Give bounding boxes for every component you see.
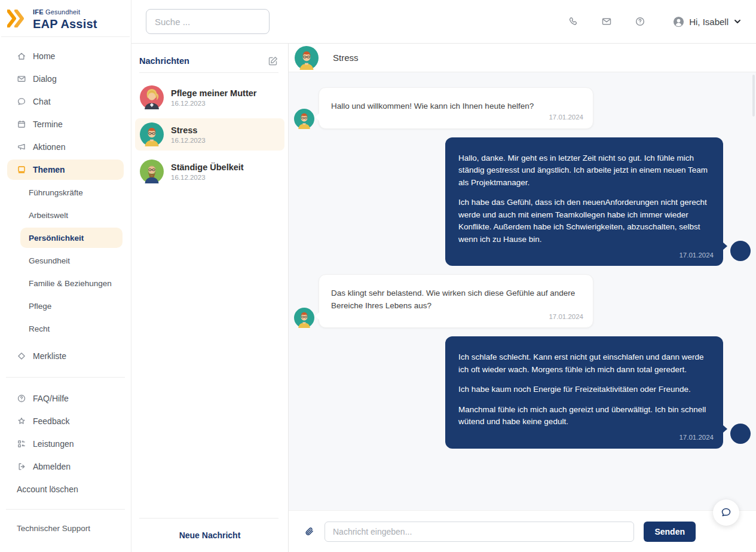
sidebar-item-merkliste[interactable]: Merkliste <box>0 345 131 367</box>
user-message-avatar <box>730 241 751 261</box>
sidebar-nav: HomeDialogChatTermineAktionenThemen <box>0 37 131 181</box>
scrollbar-thumb[interactable] <box>752 75 755 116</box>
message-input[interactable] <box>325 522 634 542</box>
conversation-item-staendige-uebelkeit[interactable]: Ständige Übelkeit16.12.2023 <box>135 155 284 188</box>
user-greeting: Hi, Isabell <box>689 17 729 27</box>
message-text: Das klingt sehr belastend. Wie wirken si… <box>331 287 581 312</box>
paperclip-icon[interactable] <box>304 526 315 537</box>
sidebar-item-label: Aktionen <box>33 142 65 152</box>
sidebar-item-label: Leistungen <box>33 439 74 449</box>
star-icon <box>17 416 26 426</box>
sidebar-topic-arbeitswelt[interactable]: Arbeitswelt <box>0 204 131 226</box>
sidebar-item-abmelden[interactable]: Abmelden <box>0 455 131 478</box>
sidebar-item-label: Termine <box>33 119 63 129</box>
sidebar-topic-familie-beziehungen[interactable]: Familie & Beziehungen <box>0 272 131 295</box>
sidebar-item-label: Themen <box>33 165 65 174</box>
outgoing-message-bubble: Hallo, danke. Mir geht es in letzter Zei… <box>445 137 723 266</box>
sidebar-item-feedback[interactable]: Feedback <box>0 410 131 433</box>
message-text: Hallo, danke. Mir geht es in letzter Zei… <box>458 152 710 189</box>
sidebar-item-aktionen[interactable]: Aktionen <box>0 136 131 158</box>
message-row: Das klingt sehr belastend. Wie wirken si… <box>294 274 751 328</box>
chat-bubble-icon <box>720 507 732 519</box>
calendar-icon <box>17 119 26 129</box>
brand-subtitle: IFE Gesundheit <box>33 8 80 16</box>
chat-bubble-fab[interactable] <box>713 499 739 526</box>
sidebar-item-label: FAQ/Hilfe <box>33 394 69 403</box>
conversations-panel: Nachrichten Pflege meiner Mutter16.12.20… <box>131 44 289 552</box>
conversation-date: 16.12.2023 <box>171 137 206 144</box>
bookmark-icon <box>17 351 26 361</box>
sidebar-item-chat[interactable]: Chat <box>0 90 131 113</box>
user-message-avatar <box>730 424 751 444</box>
conversation-item-stress[interactable]: Stress16.12.2023 <box>135 118 284 151</box>
message-date: 17.01.2024 <box>549 112 583 122</box>
logout-icon <box>17 462 26 471</box>
sidebar-item-label: Merkliste <box>33 351 66 361</box>
sidebar-item-faq-hilfe[interactable]: FAQ/Hilfe <box>0 387 131 410</box>
avatar-man-teal <box>294 308 314 328</box>
megaphone-icon <box>17 142 26 152</box>
sidebar-item-themen[interactable]: Themen <box>7 160 124 180</box>
message-text: Ich schlafe schlecht. Kann erst nicht gu… <box>458 351 710 376</box>
conversation-date: 16.12.2023 <box>171 100 256 107</box>
sidebar-topic-label: Pflege <box>29 302 51 311</box>
message-text: Ich habe das Gefühl, dass ich den neuenA… <box>458 197 710 246</box>
sidebar-item-dialog[interactable]: Dialog <box>0 68 131 90</box>
message-date: 17.01.2024 <box>679 433 714 443</box>
chat-icon <box>17 97 26 106</box>
conversation-list: Pflege meiner Mutter16.12.2023Stress16.1… <box>131 73 288 192</box>
incoming-message-bubble: Hallo und willkommen! Wie kann ich Ihnen… <box>319 87 593 129</box>
mail-icon[interactable] <box>601 16 612 27</box>
sidebar: IFE Gesundheit EAP Assist HomeDialogChat… <box>0 0 131 552</box>
brand-name: EAP Assist <box>33 17 97 31</box>
message-date: 17.01.2024 <box>549 312 583 322</box>
avatar-woman-red <box>140 85 164 109</box>
sidebar-item-label: Home <box>33 51 55 61</box>
sidebar-item-label: Feedback <box>33 416 69 426</box>
mail-icon <box>17 74 26 84</box>
sidebar-topic-label: Familie & Beziehungen <box>29 279 112 288</box>
sidebar-item-termine[interactable]: Termine <box>0 113 131 136</box>
sidebar-topic-gesundheit[interactable]: Gesundheit <box>0 249 131 272</box>
conversation-title: Stress <box>171 125 206 135</box>
send-button[interactable]: Senden <box>644 522 696 542</box>
sidebar-item-account-loeschen[interactable]: Account löschen <box>0 478 131 501</box>
double-chevron-icon <box>7 10 27 27</box>
sidebar-topic-persoenlichkeit[interactable]: Persönlichkeit <box>20 228 123 248</box>
user-menu[interactable]: Hi, Isabell <box>673 16 742 27</box>
chat-message-area[interactable]: Hallo und willkommen! Wie kann ich Ihnen… <box>289 72 756 510</box>
home-icon <box>17 51 26 61</box>
message-row: Hallo, danke. Mir geht es in letzter Zei… <box>294 137 751 266</box>
conversations-title: Nachrichten <box>139 56 189 66</box>
sidebar-topic-label: Arbeitswelt <box>29 211 68 220</box>
message-text: Ich habe kaum noch Energie für Freizeita… <box>458 384 710 396</box>
sidebar-item-leistungen[interactable]: Leistungen <box>0 433 131 455</box>
message-text: Hallo und willkommen! Wie kann ich Ihnen… <box>331 100 581 113</box>
avatar-man-teal <box>140 122 164 146</box>
sidebar-topic-label: Recht <box>29 324 50 333</box>
phone-icon[interactable] <box>568 16 579 27</box>
sidebar-item-label: Abmelden <box>33 462 71 471</box>
brand-logo[interactable]: IFE Gesundheit EAP Assist <box>1 0 130 37</box>
sidebar-topics: FührungskräfteArbeitsweltPersönlichkeitG… <box>0 181 131 340</box>
new-message-button[interactable]: Neue Nachricht <box>131 519 288 552</box>
outgoing-message-bubble: Ich schlafe schlecht. Kann erst nicht gu… <box>445 336 723 449</box>
sidebar-topic-pflege[interactable]: Pflege <box>0 295 131 317</box>
sidebar-item-label: Chat <box>33 97 51 106</box>
message-text: Manchmal fühle ich mich auch gereizt und… <box>458 404 710 428</box>
message-row: Ich schlafe schlecht. Kann erst nicht gu… <box>294 336 751 449</box>
sidebar-topic-fuehrungskraefte[interactable]: Führungskräfte <box>0 181 131 204</box>
sidebar-topic-label: Gesundheit <box>29 256 70 265</box>
technical-support-link[interactable]: Technischer Support <box>0 516 131 533</box>
sidebar-topic-recht[interactable]: Recht <box>0 317 131 340</box>
sidebar-divider <box>6 509 125 510</box>
sidebar-item-home[interactable]: Home <box>0 45 131 68</box>
chevron-down-icon <box>733 17 742 26</box>
sidebar-footer: FAQ/HilfeFeedbackLeistungenAbmeldenAccou… <box>0 387 131 501</box>
avatar-man-green <box>140 160 164 183</box>
avatar-man-teal <box>294 109 314 129</box>
help-icon[interactable] <box>635 16 645 27</box>
conversation-item-pflege-meiner-mutter[interactable]: Pflege meiner Mutter16.12.2023 <box>135 81 284 114</box>
search-input[interactable] <box>146 9 270 34</box>
compose-icon[interactable] <box>268 56 278 66</box>
